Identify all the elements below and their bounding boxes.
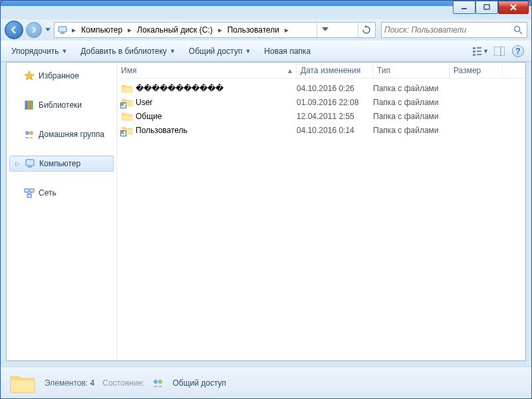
status-state-label: Состояние: bbox=[102, 378, 144, 388]
svg-rect-3 bbox=[61, 33, 65, 34]
breadcrumb-label: Компьютер bbox=[81, 25, 122, 35]
chevron-down-icon: ▼ bbox=[170, 48, 176, 55]
file-type: Папка с файлами bbox=[373, 112, 450, 121]
svg-rect-9 bbox=[477, 51, 481, 52]
file-date: 01.09.2016 22:08 bbox=[297, 98, 373, 107]
sidebar-item-favorites[interactable]: Избранное bbox=[7, 68, 116, 84]
svg-point-27 bbox=[158, 380, 162, 384]
column-header-type[interactable]: Тип bbox=[373, 63, 450, 78]
svg-rect-11 bbox=[477, 54, 481, 55]
body: Избранное Библиотеки Домашняя группа ▷ К… bbox=[6, 62, 526, 361]
file-type: Папка с файлами bbox=[373, 98, 450, 107]
preview-pane-button[interactable] bbox=[491, 43, 507, 59]
include-in-library-button[interactable]: Добавить в библиотеку ▼ bbox=[75, 44, 180, 59]
back-button[interactable] bbox=[5, 21, 23, 39]
svg-point-17 bbox=[25, 131, 29, 135]
new-folder-button[interactable]: Новая папка bbox=[259, 44, 316, 59]
close-button[interactable] bbox=[498, 1, 529, 14]
toolbar-label: Общий доступ bbox=[189, 47, 243, 56]
column-label: Имя bbox=[121, 66, 136, 75]
svg-rect-7 bbox=[477, 47, 481, 49]
sidebar-item-network[interactable]: Сеть bbox=[7, 185, 116, 201]
share-button[interactable]: Общий доступ ▼ bbox=[184, 44, 257, 59]
toolbar-label: Упорядочить bbox=[11, 47, 59, 56]
file-row[interactable]: Пользователь 04.10.2016 0:14 Папка с фай… bbox=[117, 123, 525, 137]
file-name: Пользователь bbox=[136, 126, 188, 135]
chevron-right-icon[interactable]: ▸ bbox=[215, 25, 225, 35]
nav-history-dropdown[interactable] bbox=[45, 22, 51, 38]
svg-rect-21 bbox=[25, 189, 29, 192]
svg-rect-12 bbox=[494, 47, 505, 56]
svg-rect-2 bbox=[59, 27, 66, 32]
search-input[interactable] bbox=[384, 25, 512, 35]
homegroup-icon bbox=[24, 129, 35, 140]
breadcrumb-segment[interactable]: Компьютер bbox=[78, 23, 125, 37]
svg-point-26 bbox=[154, 380, 158, 384]
toolbar: Упорядочить ▼ Добавить в библиотеку ▼ Об… bbox=[1, 41, 531, 62]
folder-icon bbox=[121, 111, 133, 122]
file-date: 04.10.2016 0:26 bbox=[297, 84, 373, 93]
file-row[interactable]: Общие 12.04.2011 2:55 Папка с файлами bbox=[117, 109, 525, 123]
svg-rect-1 bbox=[484, 5, 489, 9]
network-icon bbox=[24, 188, 35, 198]
sidebar-item-libraries[interactable]: Библиотеки bbox=[7, 97, 116, 113]
maximize-button[interactable] bbox=[475, 1, 498, 14]
breadcrumb[interactable]: ▸ Компьютер ▸ Локальный диск (C:) ▸ Поль… bbox=[54, 22, 376, 38]
column-header-date[interactable]: Дата изменения bbox=[297, 63, 373, 78]
svg-rect-8 bbox=[473, 51, 475, 53]
navigation-row: ▸ Компьютер ▸ Локальный диск (C:) ▸ Поль… bbox=[1, 19, 531, 41]
status-elements-label: Элементов: bbox=[45, 378, 88, 388]
svg-rect-16 bbox=[31, 101, 33, 109]
breadcrumb-segment[interactable]: Пользователи bbox=[225, 23, 282, 37]
status-elements-count: 4 bbox=[90, 378, 95, 388]
sidebar-item-label: Библиотеки bbox=[39, 100, 82, 110]
search-icon[interactable] bbox=[512, 25, 524, 35]
toolbar-label: Новая папка bbox=[264, 47, 311, 56]
svg-rect-14 bbox=[25, 101, 27, 109]
help-button[interactable]: ? bbox=[510, 43, 526, 59]
forward-button[interactable] bbox=[26, 22, 42, 38]
share-icon bbox=[152, 378, 164, 388]
explorer-window: ▸ Компьютер ▸ Локальный диск (C:) ▸ Поль… bbox=[0, 0, 532, 399]
file-name: Общие bbox=[136, 112, 162, 121]
address-dropdown-button[interactable] bbox=[317, 23, 332, 37]
folder-icon bbox=[121, 97, 133, 108]
column-label: Тип bbox=[377, 66, 390, 75]
refresh-button[interactable] bbox=[358, 23, 374, 37]
sidebar-item-label: Домашняя группа bbox=[39, 130, 104, 139]
column-header-size[interactable]: Размер bbox=[450, 63, 503, 78]
folder-icon bbox=[121, 83, 133, 94]
sidebar: Избранное Библиотеки Домашняя группа ▷ К… bbox=[7, 63, 117, 360]
chevron-right-icon[interactable]: ▸ bbox=[282, 25, 291, 35]
svg-rect-22 bbox=[30, 189, 34, 192]
svg-line-5 bbox=[519, 31, 522, 34]
toolbar-label: Добавить в библиотеку bbox=[80, 47, 167, 56]
svg-rect-6 bbox=[473, 47, 475, 49]
column-headers: Имя ▴ Дата изменения Тип Размер bbox=[117, 63, 525, 78]
expand-icon[interactable]: ▷ bbox=[14, 160, 21, 167]
sidebar-item-label: Компьютер bbox=[39, 159, 80, 168]
sidebar-item-label: Избранное bbox=[39, 71, 79, 80]
chevron-right-icon[interactable]: ▸ bbox=[125, 25, 134, 35]
organize-button[interactable]: Упорядочить ▼ bbox=[6, 44, 72, 59]
statusbar: Элементов: 4 Состояние: Общий доступ bbox=[1, 366, 531, 398]
star-icon bbox=[24, 70, 35, 81]
breadcrumb-label: Локальный диск (C:) bbox=[137, 25, 213, 35]
file-row[interactable]: ����������� 04.10.2016 0:26 Папка с файл… bbox=[117, 81, 525, 95]
search-box[interactable] bbox=[381, 22, 527, 38]
svg-rect-15 bbox=[28, 101, 30, 109]
file-list: ����������� 04.10.2016 0:26 Папка с файл… bbox=[117, 78, 525, 360]
file-name: ����������� bbox=[136, 84, 223, 93]
breadcrumb-segment[interactable]: Локальный диск (C:) bbox=[134, 23, 215, 37]
sidebar-item-homegroup[interactable]: Домашняя группа bbox=[7, 126, 116, 142]
file-date: 04.10.2016 0:14 bbox=[297, 126, 373, 135]
sidebar-item-computer[interactable]: ▷ Компьютер bbox=[9, 156, 114, 172]
chevron-down-icon: ▼ bbox=[61, 48, 67, 55]
column-header-name[interactable]: Имя ▴ bbox=[117, 63, 297, 78]
file-type: Папка с файлами bbox=[373, 84, 450, 93]
minimize-button[interactable] bbox=[453, 1, 475, 14]
view-options-button[interactable]: ▼ bbox=[473, 43, 489, 59]
file-date: 12.04.2011 2:55 bbox=[297, 112, 373, 121]
file-row[interactable]: User 01.09.2016 22:08 Папка с файлами bbox=[117, 95, 525, 109]
chevron-right-icon[interactable]: ▸ bbox=[69, 25, 78, 35]
